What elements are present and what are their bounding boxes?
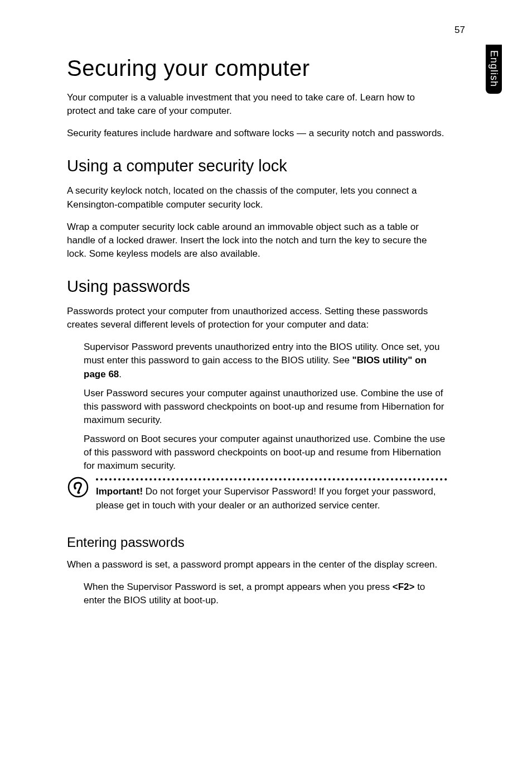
heading-security-lock: Using a computer security lock: [67, 157, 446, 175]
list-item-f2: When the Supervisor Password is set, a p…: [84, 580, 446, 607]
intro-paragraph-1: Your computer is a valuable investment t…: [67, 91, 446, 118]
note-divider: [96, 478, 447, 480]
page-content: Securing your computer Your computer is …: [67, 56, 446, 607]
note-icon: [67, 476, 89, 501]
page-number: 57: [454, 25, 465, 36]
note-content: Important! Do not forget your Supervisor…: [95, 478, 446, 521]
heading-main: Securing your computer: [67, 56, 446, 81]
list-item-supervisor: Supervisor Password prevents unauthorize…: [84, 340, 446, 381]
note-text: Important! Do not forget your Supervisor…: [96, 485, 446, 512]
heading-entering-passwords: Entering passwords: [67, 535, 446, 550]
list-item-user: User Password secures your computer agai…: [84, 387, 446, 427]
f2-key: <F2>: [393, 582, 415, 592]
list-item-boot: Password on Boot secures your computer a…: [84, 433, 446, 473]
important-body: Do not forget your Supervisor Password! …: [96, 486, 436, 510]
entering-paragraph: When a password is set, a password promp…: [67, 558, 446, 571]
important-note: Important! Do not forget your Supervisor…: [67, 478, 446, 521]
security-lock-paragraph-1: A security keylock notch, located on the…: [67, 184, 446, 211]
heading-passwords: Using passwords: [67, 277, 446, 296]
security-lock-paragraph-2: Wrap a computer security lock cable arou…: [67, 220, 446, 261]
svg-point-1: [74, 487, 76, 489]
list-text-tail: .: [119, 369, 122, 379]
intro-paragraph-2: Security features include hardware and s…: [67, 127, 446, 140]
passwords-intro: Passwords protect your computer from una…: [67, 305, 446, 331]
f2-text-a: When the Supervisor Password is set, a p…: [84, 582, 393, 592]
language-tab: English: [486, 45, 502, 94]
svg-point-0: [69, 478, 88, 497]
important-label: Important!: [96, 486, 146, 497]
